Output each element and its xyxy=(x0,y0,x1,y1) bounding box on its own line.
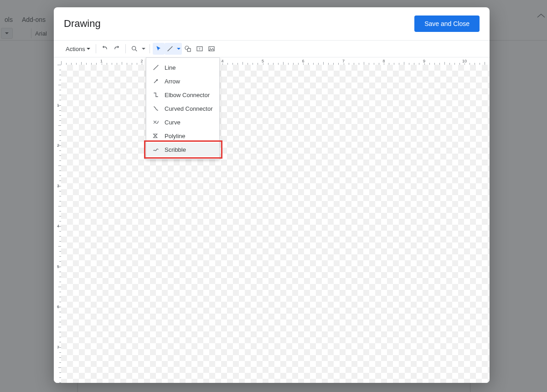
ruler-number: 1 xyxy=(100,59,103,63)
line-menu-arrow[interactable]: Arrow xyxy=(146,74,219,88)
line-icon xyxy=(152,63,160,72)
chevron-down-icon xyxy=(87,48,90,50)
dialog-header: Drawing Save and Close xyxy=(54,7,490,41)
ruler-corner xyxy=(54,57,62,65)
line-menu-curve[interactable]: Curve xyxy=(146,115,219,129)
shape-tool-button[interactable] xyxy=(182,43,194,55)
line-icon xyxy=(166,45,174,52)
ruler-number: 5 xyxy=(261,59,264,63)
zoom-icon xyxy=(131,45,138,52)
chevron-down-icon xyxy=(142,48,145,50)
curve-icon xyxy=(152,118,160,126)
arrow-icon xyxy=(152,77,160,85)
line-menu-line[interactable]: Line xyxy=(146,61,219,74)
save-and-close-button[interactable]: Save and Close xyxy=(414,15,480,32)
menu-item-label: Arrow xyxy=(165,78,180,85)
elbow-connector-icon xyxy=(152,91,160,99)
toolbar-separator xyxy=(125,44,126,53)
ruler-number: 3 xyxy=(57,184,59,188)
svg-point-8 xyxy=(210,48,211,49)
svg-point-0 xyxy=(132,46,135,50)
menu-item-label: Polyline xyxy=(165,133,186,139)
line-tool-dropdown-button[interactable] xyxy=(175,43,182,55)
ruler-number: 8 xyxy=(382,59,385,63)
line-menu-elbow-connector[interactable]: Elbow Connector xyxy=(146,88,219,102)
ruler-number: 7 xyxy=(342,59,345,63)
redo-icon xyxy=(113,45,120,52)
ruler-number: 5 xyxy=(57,264,59,269)
undo-button[interactable] xyxy=(99,43,111,55)
line-tool-button[interactable] xyxy=(165,43,175,55)
drawing-canvas-area: 12345678910 1234567 Line Arrow Elbow Con… xyxy=(54,57,490,383)
cursor-icon xyxy=(155,45,162,52)
zoom-dropdown-button[interactable] xyxy=(140,43,147,55)
line-menu-curved-connector[interactable]: Curved Connector xyxy=(146,102,219,115)
menu-item-label: Elbow Connector xyxy=(165,92,210,98)
line-tool-split-button[interactable] xyxy=(165,43,182,55)
svg-rect-4 xyxy=(187,48,191,52)
textbox-tool-button[interactable]: T xyxy=(194,43,206,55)
shape-icon xyxy=(184,45,191,52)
ruler-number: 1 xyxy=(57,103,59,108)
menu-item-label: Curve xyxy=(165,119,181,126)
line-dropdown-menu: Line Arrow Elbow Connector Curved Connec… xyxy=(146,57,220,160)
toolbar-separator xyxy=(96,44,96,53)
toolbar-separator xyxy=(150,44,150,53)
svg-line-9 xyxy=(154,65,159,70)
ruler-number: 2 xyxy=(140,59,143,63)
svg-line-2 xyxy=(167,46,172,52)
ruler-number: 2 xyxy=(57,143,59,148)
menu-item-label: Curved Connector xyxy=(165,105,213,112)
zoom-control[interactable] xyxy=(129,43,147,55)
line-menu-polyline[interactable]: Polyline xyxy=(146,129,219,143)
scribble-icon xyxy=(152,145,160,154)
chevron-down-icon xyxy=(177,48,181,50)
select-tool-button[interactable] xyxy=(153,43,165,55)
menu-item-label: Line xyxy=(165,64,176,71)
drawing-toolbar: Actions T xyxy=(54,41,490,57)
redo-button[interactable] xyxy=(111,43,123,55)
menu-item-label: Scribble xyxy=(165,146,186,153)
textbox-icon: T xyxy=(196,45,203,52)
ruler-number: 6 xyxy=(57,304,59,309)
vertical-ruler: 1234567 xyxy=(54,65,62,383)
drawing-canvas[interactable] xyxy=(61,65,490,383)
actions-menu-button[interactable]: Actions xyxy=(63,43,93,55)
actions-label: Actions xyxy=(66,46,85,52)
zoom-button[interactable] xyxy=(129,43,140,55)
drawing-dialog: Drawing Save and Close Actions xyxy=(54,7,490,383)
ruler-number: 4 xyxy=(221,59,224,63)
dialog-title: Drawing xyxy=(64,18,101,30)
ruler-number: 6 xyxy=(301,59,304,63)
image-icon xyxy=(208,45,215,52)
polyline-icon xyxy=(152,132,160,140)
svg-line-1 xyxy=(135,50,137,51)
ruler-number: 4 xyxy=(57,224,59,228)
undo-icon xyxy=(101,45,108,52)
ruler-number: 10 xyxy=(462,59,467,63)
ruler-number: 7 xyxy=(57,345,59,350)
svg-text:T: T xyxy=(198,47,201,51)
line-menu-scribble[interactable]: Scribble xyxy=(146,143,219,156)
curved-connector-icon xyxy=(152,104,160,113)
image-tool-button[interactable] xyxy=(206,43,217,55)
ruler-number: 9 xyxy=(423,59,426,63)
horizontal-ruler: 12345678910 xyxy=(61,57,490,65)
